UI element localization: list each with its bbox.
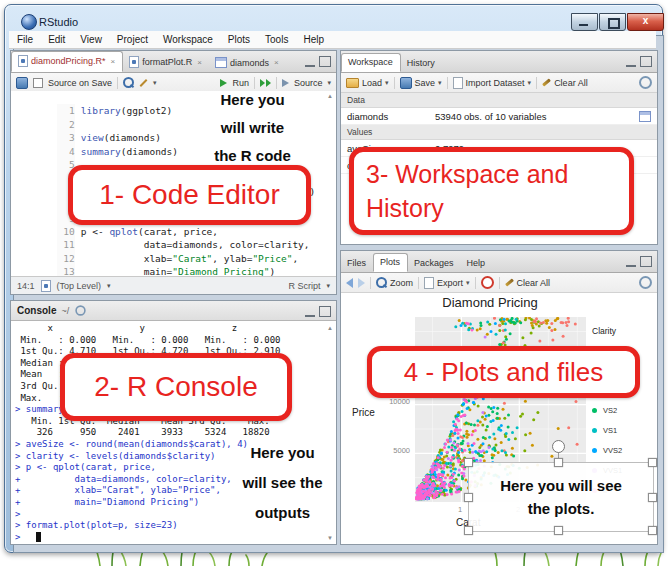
- chevron-down-icon[interactable]: ▾: [153, 79, 157, 87]
- load-button[interactable]: Load ▾: [346, 78, 389, 88]
- search-icon[interactable]: [123, 77, 134, 88]
- file-type-icon: [215, 57, 227, 68]
- plots-tab[interactable]: Plots: [373, 253, 408, 272]
- remove-plot-icon[interactable]: [481, 276, 494, 289]
- resize-handle-middle-left[interactable]: [464, 493, 473, 502]
- resize-handle-bottom-middle[interactable]: [554, 526, 563, 535]
- minimize-button[interactable]: [571, 13, 598, 31]
- file-type-selector[interactable]: R Script: [288, 281, 320, 291]
- code-tools-icon[interactable]: [140, 79, 148, 87]
- legend-item: VVS2: [592, 440, 622, 460]
- code-text: p <- qplot(carat, price,: [81, 226, 218, 237]
- editor-tab[interactable]: formatPlot.R ×: [123, 53, 209, 72]
- resize-handle-middle-right[interactable]: [648, 493, 657, 502]
- workspace-row[interactable]: Values: [341, 125, 657, 140]
- export-button[interactable]: Export ▾: [424, 277, 470, 289]
- line-number: 10: [57, 225, 75, 238]
- plots-tab[interactable]: Packages: [408, 255, 461, 272]
- maximize-pane-icon[interactable]: [640, 56, 652, 67]
- editor-panel-buttons: [305, 56, 331, 67]
- plots-panel-buttons: [626, 256, 652, 267]
- close-tab-icon[interactable]: ×: [111, 57, 116, 66]
- menu-item[interactable]: View: [80, 34, 102, 45]
- next-plot-icon[interactable]: [358, 278, 365, 288]
- maximize-pane-icon[interactable]: [319, 56, 331, 67]
- import-dataset-button[interactable]: Import Dataset ▾: [453, 77, 532, 89]
- close-tab-icon[interactable]: ×: [274, 58, 279, 67]
- menu-item[interactable]: Project: [117, 34, 148, 45]
- menu-item[interactable]: Help: [303, 34, 324, 45]
- y-axis-label: Price: [352, 407, 375, 418]
- editor-tab-label: formatPlot.R: [142, 57, 192, 67]
- scroll-up-icon[interactable]: ▲: [327, 93, 333, 99]
- maximize-pane-icon[interactable]: [319, 306, 331, 317]
- chevron-down-icon: ▾: [326, 282, 330, 290]
- scroll-down-icon[interactable]: ▼: [327, 535, 333, 541]
- import-icon: [453, 77, 463, 89]
- workspace-tab[interactable]: Workspace: [341, 53, 401, 72]
- workspace-tab-label: Workspace: [348, 57, 393, 67]
- menu-item[interactable]: File: [17, 34, 33, 45]
- workspace-row[interactable]: Data: [341, 93, 657, 108]
- workspace-tab-bar: Workspace History: [341, 51, 657, 73]
- maximize-button[interactable]: [599, 13, 626, 31]
- line-number: 1: [57, 104, 75, 117]
- editor-tab[interactable]: diamonds ×: [209, 54, 286, 72]
- note-line: outputs: [215, 498, 350, 528]
- view-data-icon[interactable]: [639, 111, 651, 122]
- workspace-panel-buttons: [626, 56, 652, 67]
- workspace-tab[interactable]: History: [401, 55, 442, 72]
- note-editor: Here you will write the R code: [190, 86, 315, 170]
- resize-handle-bottom-left[interactable]: [464, 526, 473, 535]
- resize-handle-bottom-right[interactable]: [648, 526, 657, 535]
- editor-tab[interactable]: diamondPricing.R* ×: [11, 51, 123, 72]
- chevron-down-icon[interactable]: ▾: [327, 79, 331, 87]
- previous-plot-icon[interactable]: [346, 278, 353, 288]
- zoom-button[interactable]: Zoom: [376, 277, 413, 288]
- minimize-pane-icon[interactable]: [305, 56, 315, 67]
- minimize-pane-icon[interactable]: [626, 56, 636, 67]
- legend-label: VS1: [603, 426, 617, 435]
- rotation-handle[interactable]: [552, 440, 565, 453]
- scroll-up-icon[interactable]: ▲: [327, 325, 333, 331]
- legend-label: VVS2: [603, 446, 622, 455]
- scope-selector[interactable]: (Top Level): [57, 281, 102, 291]
- minimize-pane-icon[interactable]: [305, 306, 315, 317]
- maximize-pane-icon[interactable]: [640, 256, 652, 267]
- save-button[interactable]: Save ▾: [400, 77, 442, 89]
- resize-handle-top-middle[interactable]: [554, 458, 563, 467]
- menu-item[interactable]: Tools: [265, 34, 288, 45]
- save-label: Save: [415, 78, 436, 88]
- save-icon[interactable]: [16, 77, 28, 89]
- close-button[interactable]: x: [627, 13, 664, 31]
- object-name: Data: [347, 95, 435, 105]
- line-number: 12: [57, 252, 75, 265]
- minimize-pane-icon[interactable]: [626, 256, 636, 267]
- line-number: 11: [57, 238, 75, 251]
- menu-item[interactable]: Plots: [228, 34, 250, 45]
- refresh-icon[interactable]: [639, 276, 652, 289]
- callout-plots-files: 4 - Plots and files: [367, 346, 640, 398]
- plots-tab[interactable]: Help: [461, 255, 493, 272]
- zoom-label: Zoom: [390, 278, 413, 288]
- clear-all-button[interactable]: Clear All: [542, 78, 588, 88]
- close-tab-icon[interactable]: ×: [197, 58, 202, 67]
- resize-handle-top-right[interactable]: [648, 458, 657, 467]
- legend-dot: [592, 448, 597, 453]
- object-name: Values: [347, 127, 435, 137]
- plots-note-textbox[interactable]: Here you will see the plots.: [468, 462, 654, 532]
- clear-all-button[interactable]: Clear All: [505, 278, 551, 288]
- menu-item[interactable]: Workspace: [163, 34, 213, 45]
- import-dataset-label: Import Dataset: [466, 78, 525, 88]
- workspace-row[interactable]: diamonds 53940 obs. of 10 variables: [341, 108, 657, 125]
- code-text: summary(diamonds): [81, 146, 178, 157]
- broom-icon: [542, 78, 551, 86]
- source-on-save-checkbox[interactable]: [33, 78, 43, 88]
- legend-dot: [592, 428, 597, 433]
- resize-handle-top-left[interactable]: [464, 458, 473, 467]
- plots-tab[interactable]: Files: [341, 255, 373, 272]
- refresh-icon[interactable]: [639, 76, 652, 89]
- refresh-icon[interactable]: [76, 305, 86, 315]
- menu-item[interactable]: Edit: [48, 34, 65, 45]
- plots-toolbar: Zoom Export ▾ Clear All: [341, 273, 657, 293]
